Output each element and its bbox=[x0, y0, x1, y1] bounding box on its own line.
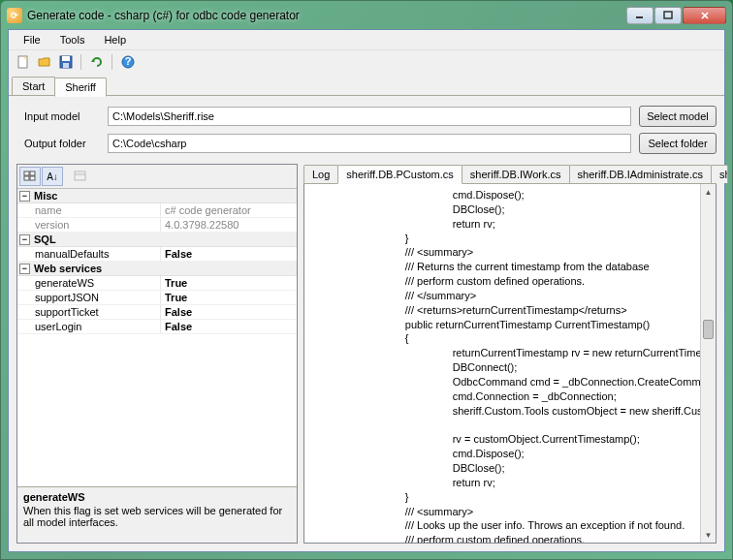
property-pane: A↓ −Misc namec# code generator version4.… bbox=[16, 164, 298, 544]
output-folder-row: Output folder Select folder bbox=[16, 133, 717, 154]
property-toolbar: A↓ bbox=[17, 165, 297, 189]
output-folder-field[interactable] bbox=[108, 134, 631, 153]
collapse-icon[interactable]: − bbox=[19, 191, 30, 202]
svg-text:?: ? bbox=[125, 55, 132, 67]
menu-help[interactable]: Help bbox=[95, 32, 135, 47]
app-window: ⟳ Generate code - csharp (c#) for odbc c… bbox=[0, 0, 733, 560]
window-title: Generate code - csharp (c#) for odbc cod… bbox=[27, 9, 626, 22]
property-description: generateWS When this flag is set web ser… bbox=[17, 486, 297, 543]
output-folder-label: Output folder bbox=[16, 138, 100, 149]
save-icon[interactable] bbox=[57, 53, 75, 71]
open-folder-icon[interactable] bbox=[36, 53, 53, 71]
menu-tools[interactable]: Tools bbox=[51, 32, 94, 47]
form-area: Input model Select model Output folder S… bbox=[9, 96, 724, 164]
menu-file[interactable]: File bbox=[15, 32, 49, 47]
toolbar-separator bbox=[112, 54, 113, 70]
collapse-icon[interactable]: − bbox=[19, 264, 30, 274]
code-editor[interactable]: cmd.Dispose(); DBClose(); return rv; } / bbox=[303, 184, 717, 544]
category-web-services[interactable]: −Web services bbox=[17, 262, 297, 276]
main-tabs: Start Sheriff bbox=[9, 74, 724, 96]
tab-start[interactable]: Start bbox=[12, 77, 55, 95]
input-model-field[interactable] bbox=[108, 107, 631, 126]
category-sql[interactable]: −SQL bbox=[17, 233, 297, 247]
code-pane: Log sheriff.DB.PCustom.cs sheriff.DB.IWo… bbox=[303, 164, 717, 544]
prop-support-json[interactable]: supportJSONTrue bbox=[17, 291, 297, 305]
property-description-text: When this flag is set web services will … bbox=[23, 505, 291, 528]
vertical-scrollbar[interactable]: ▲ ▼ bbox=[700, 184, 716, 543]
prop-support-ticket[interactable]: supportTicketFalse bbox=[17, 305, 297, 320]
new-file-icon[interactable] bbox=[15, 53, 32, 71]
tab-scroll-left-icon[interactable]: ◄ bbox=[727, 168, 733, 183]
tab-pcustom[interactable]: sheriff.DB.PCustom.cs bbox=[337, 165, 462, 184]
prop-user-login[interactable]: userLoginFalse bbox=[17, 320, 297, 334]
svg-rect-12 bbox=[24, 171, 29, 175]
alphabetical-icon[interactable]: A↓ bbox=[42, 167, 63, 186]
menubar: File Tools Help bbox=[9, 30, 724, 49]
prop-manual-defaults[interactable]: manualDefaultsFalse bbox=[17, 247, 297, 262]
help-icon[interactable]: ? bbox=[119, 53, 137, 71]
scroll-thumb[interactable] bbox=[703, 320, 714, 339]
titlebar[interactable]: ⟳ Generate code - csharp (c#) for odbc c… bbox=[5, 5, 728, 26]
input-model-row: Input model Select model bbox=[16, 106, 717, 127]
property-description-title: generateWS bbox=[23, 491, 291, 503]
client-area: File Tools Help ? Start Sheriff Input mo… bbox=[8, 29, 725, 552]
split-area: A↓ −Misc namec# code generator version4.… bbox=[9, 164, 724, 551]
tab-sheriff[interactable]: Sheriff bbox=[54, 78, 107, 97]
prop-version[interactable]: version4.0.3798.22580 bbox=[17, 218, 297, 233]
scroll-down-icon[interactable]: ▼ bbox=[701, 527, 716, 543]
svg-rect-15 bbox=[30, 176, 35, 180]
input-model-label: Input model bbox=[16, 110, 100, 122]
scroll-up-icon[interactable]: ▲ bbox=[701, 184, 716, 200]
app-icon: ⟳ bbox=[7, 8, 22, 23]
maximize-button[interactable] bbox=[654, 7, 682, 24]
select-model-button[interactable]: Select model bbox=[639, 106, 717, 127]
svg-rect-8 bbox=[63, 63, 69, 68]
select-folder-button[interactable]: Select folder bbox=[639, 133, 717, 154]
code-content[interactable]: cmd.Dispose(); DBClose(); return rv; } / bbox=[304, 184, 700, 543]
property-grid[interactable]: −Misc namec# code generator version4.0.3… bbox=[17, 189, 297, 486]
svg-rect-1 bbox=[664, 12, 672, 18]
tab-iadministrate[interactable]: sheriff.DB.IAdministrate.cs bbox=[569, 165, 712, 183]
prop-generate-ws[interactable]: generateWSTrue bbox=[17, 276, 297, 291]
categorized-icon[interactable] bbox=[19, 167, 41, 186]
tab-iwork[interactable]: sheriff.DB.IWork.cs bbox=[462, 165, 570, 183]
tab-nav: ◄ ► bbox=[727, 168, 733, 183]
minimize-button[interactable] bbox=[626, 7, 653, 24]
tab-log[interactable]: Log bbox=[303, 165, 338, 183]
prop-name[interactable]: namec# code generator bbox=[17, 203, 297, 218]
collapse-icon[interactable]: − bbox=[19, 234, 30, 245]
refresh-icon[interactable] bbox=[88, 53, 106, 71]
category-misc[interactable]: −Misc bbox=[17, 189, 297, 203]
toolbar-separator bbox=[80, 54, 82, 70]
svg-rect-16 bbox=[75, 171, 85, 180]
toolbar: ? bbox=[9, 49, 724, 74]
svg-rect-14 bbox=[24, 176, 29, 180]
property-pages-icon[interactable] bbox=[70, 167, 91, 186]
tab-partial[interactable]: she bbox=[711, 165, 728, 183]
code-tabs: Log sheriff.DB.PCustom.cs sheriff.DB.IWo… bbox=[303, 164, 717, 184]
svg-rect-13 bbox=[30, 171, 35, 175]
svg-rect-7 bbox=[62, 56, 70, 61]
close-button[interactable] bbox=[683, 7, 726, 24]
window-controls bbox=[626, 7, 726, 24]
